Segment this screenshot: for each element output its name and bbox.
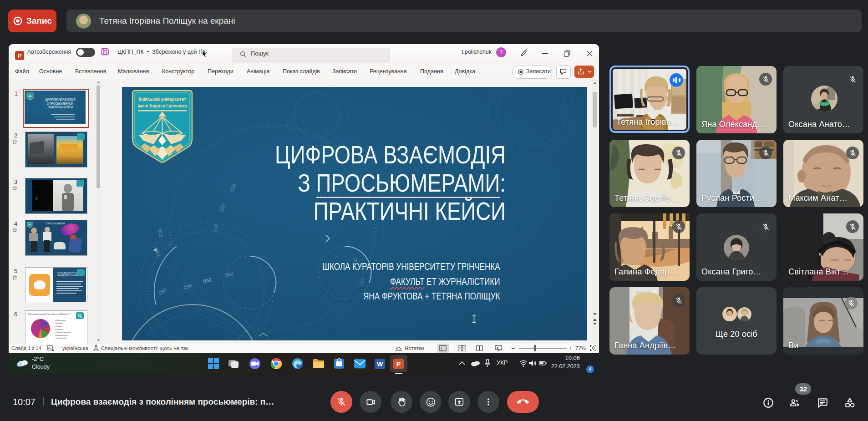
svg-text:P: P xyxy=(396,360,401,368)
svg-text:240: 240 xyxy=(225,272,234,278)
svg-text:092: 092 xyxy=(157,287,168,296)
svg-text:190: 190 xyxy=(228,183,237,193)
svg-text:210: 210 xyxy=(212,223,219,233)
svg-text:250: 250 xyxy=(203,277,212,284)
svg-text:W: W xyxy=(377,360,383,368)
svg-text:230: 230 xyxy=(154,248,162,258)
svg-text:імені Бориса Грінченка: імені Бориса Грінченка xyxy=(138,103,188,108)
svg-text:220: 220 xyxy=(157,229,164,238)
svg-text:Київський університет: Київський університет xyxy=(139,96,187,102)
svg-text:P: P xyxy=(18,52,22,59)
svg-text:200: 200 xyxy=(219,203,227,212)
